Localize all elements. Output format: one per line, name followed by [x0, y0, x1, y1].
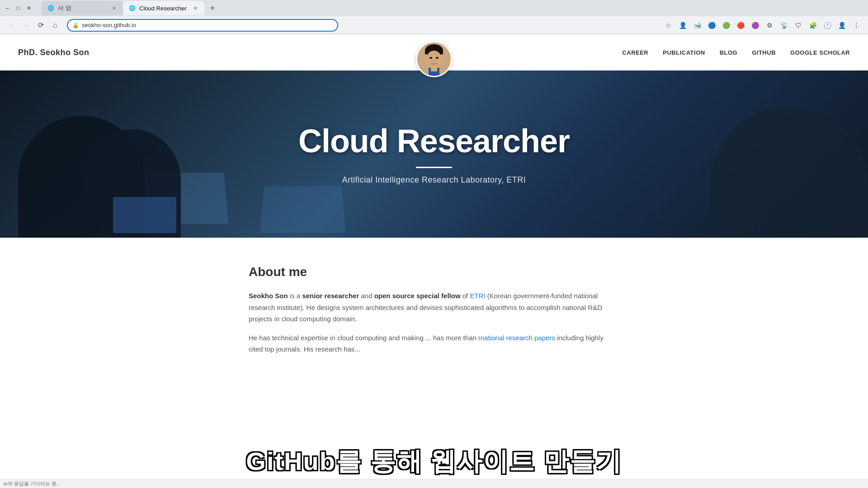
about-text-3: of	[462, 292, 470, 300]
menu-icon[interactable]: ⋮	[850, 19, 863, 32]
tab-cloud-label: Cloud Researcher	[139, 5, 187, 12]
about-paragraph-1: Seokho Son is a senior researcher and op…	[249, 290, 619, 325]
tab-new-favicon: 🌐	[47, 5, 54, 12]
avatar	[416, 41, 452, 77]
site-logo: PhD. Seokho Son	[18, 48, 90, 57]
bookmark-star-icon[interactable]: ☆	[662, 19, 675, 32]
svg-point-4	[429, 57, 432, 59]
etri-link[interactable]: ETRI	[470, 292, 485, 300]
svg-point-8	[440, 57, 443, 62]
avatar-container	[416, 41, 452, 77]
home-button[interactable]: ⌂	[49, 19, 61, 32]
hero-divider	[416, 167, 452, 168]
tab-cloud-favicon: 🌐	[128, 5, 136, 12]
back-button[interactable]: ←	[5, 19, 18, 32]
profile-icon[interactable]: 👤	[676, 19, 689, 32]
nav-blog[interactable]: BLOG	[720, 49, 738, 56]
tab-bar: 🌐 새 탭 ✕ 🌐 Cloud Researcher ✕ +	[38, 1, 222, 15]
history-icon[interactable]: 🕐	[821, 19, 834, 32]
tab-cloud-researcher[interactable]: 🌐 Cloud Researcher ✕	[123, 1, 204, 15]
user-avatar-icon[interactable]: 👤	[835, 19, 848, 32]
about-text-5: He has technical expertise in cloud comp…	[249, 334, 478, 342]
browser-toolbar: ← → ⟳ ⌂ 🔒 seokho-son.github.io ☆ 👤 🐋 🔵 🟢…	[0, 16, 868, 34]
about-text-1: is a	[290, 292, 302, 300]
about-title: About me	[249, 265, 619, 279]
hero-content: Cloud Researcher Artificial Intelligence…	[298, 123, 570, 184]
site-navigation: PhD. Seokho Son	[0, 34, 868, 70]
browser-window: – □ ✕ 🌐 새 탭 ✕ 🌐 Cloud Researcher ✕ + ←	[0, 0, 868, 34]
extension2-icon[interactable]: 🟣	[749, 19, 761, 32]
avatar-image	[417, 42, 451, 76]
extensions-icon[interactable]: 🧩	[807, 19, 819, 32]
hero-section: Cloud Researcher Artificial Intelligence…	[0, 70, 868, 238]
nav-google-scholar[interactable]: GOOGLE SCHOLAR	[790, 49, 850, 56]
nav-career[interactable]: CAREER	[622, 49, 648, 56]
tab-new-close[interactable]: ✕	[110, 5, 118, 12]
papago-icon[interactable]: 🟢	[720, 19, 732, 32]
close-button[interactable]: ✕	[25, 5, 33, 12]
nav-publication[interactable]: PUBLICATION	[663, 49, 705, 56]
forward-button[interactable]: →	[20, 19, 33, 32]
tab-new-label: 새 탭	[58, 4, 71, 12]
extension1-icon[interactable]: 🔴	[734, 19, 747, 32]
lock-icon: 🔒	[72, 22, 79, 28]
svg-point-6	[433, 60, 435, 61]
hero-subtitle: Artificial Intelligence Research Laborat…	[298, 175, 570, 185]
add-tab-button[interactable]: +	[206, 2, 219, 14]
clova-icon[interactable]: 🔵	[705, 19, 718, 32]
adblock-icon[interactable]: 🛡	[792, 19, 805, 32]
research-papers-link[interactable]: rnational research papers	[478, 334, 555, 342]
nav-github[interactable]: GITHUB	[752, 49, 776, 56]
window-controls: – □ ✕	[4, 5, 33, 12]
about-paragraph-2: He has technical expertise in cloud comp…	[249, 332, 619, 355]
website-content: PhD. Seokho Son	[0, 34, 868, 380]
address-text: seokho-son.github.io	[82, 22, 333, 28]
hero-title: Cloud Researcher	[298, 123, 570, 159]
tab-new[interactable]: 🌐 새 탭 ✕	[42, 1, 123, 15]
title-fellow: open source special fellow	[374, 292, 461, 300]
whale-icon[interactable]: 🐋	[691, 19, 703, 32]
minimize-button[interactable]: –	[4, 5, 11, 12]
title-bar: – □ ✕ 🌐 새 탭 ✕ 🌐 Cloud Researcher ✕ +	[0, 0, 868, 16]
reload-button[interactable]: ⟳	[34, 19, 47, 32]
address-bar[interactable]: 🔒 seokho-son.github.io	[67, 19, 338, 32]
rss-icon[interactable]: 📡	[778, 19, 790, 32]
maximize-button[interactable]: □	[14, 5, 22, 12]
svg-point-3	[426, 51, 442, 69]
tab-cloud-close[interactable]: ✕	[192, 5, 199, 12]
svg-point-7	[425, 57, 428, 62]
svg-point-5	[436, 57, 439, 59]
about-text-2: and	[361, 292, 374, 300]
main-content: About me Seokho Son is a senior research…	[231, 238, 637, 380]
extension3-icon[interactable]: ⚙	[763, 19, 776, 32]
toolbar-right: ☆ 👤 🐋 🔵 🟢 🔴 🟣 ⚙ 📡 🛡 🧩 🕐 👤 ⋮	[662, 19, 863, 32]
svg-rect-10	[431, 67, 437, 71]
nav-links: CAREER PUBLICATION BLOG GITHUB GOOGLE SC…	[622, 49, 850, 56]
title-senior: senior researcher	[302, 292, 359, 300]
author-name: Seokho Son	[249, 292, 288, 300]
